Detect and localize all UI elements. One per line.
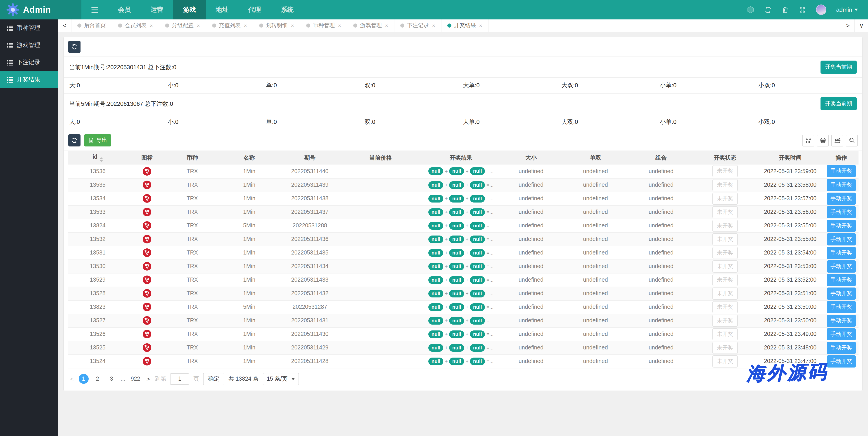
- refresh-icon[interactable]: [764, 6, 771, 13]
- tab-close-icon[interactable]: ×: [338, 22, 341, 29]
- goto-confirm-button[interactable]: 确定: [203, 373, 224, 385]
- manual-draw-button[interactable]: 手动开奖: [827, 220, 856, 232]
- status-badge: 未开奖: [712, 220, 738, 232]
- theme-cube-icon[interactable]: [747, 6, 754, 13]
- tab-item[interactable]: 后台首页: [71, 20, 112, 32]
- draw-current-1min-button[interactable]: 开奖当前期: [820, 61, 857, 74]
- manual-draw-button[interactable]: 手动开奖: [827, 206, 856, 218]
- cell-draw-time: 2022-05-31 23:55:00: [756, 219, 824, 232]
- manual-draw-button[interactable]: 手动开奖: [827, 301, 856, 313]
- goto-page-input[interactable]: [170, 373, 189, 384]
- tab-status-dot: [353, 24, 357, 28]
- search-icon[interactable]: [846, 134, 858, 146]
- tab-item[interactable]: 会员列表×: [112, 20, 159, 32]
- column-header[interactable]: id: [68, 151, 127, 165]
- sidebar-item[interactable]: 开奖结果: [0, 71, 58, 88]
- tab-item[interactable]: 下注记录×: [395, 20, 441, 32]
- navbar-right: admin: [747, 0, 868, 20]
- navbar-menu-item[interactable]: 地址: [206, 0, 238, 20]
- next-page-button[interactable]: >: [146, 375, 151, 382]
- top-refresh-row: [64, 37, 862, 57]
- tab-item[interactable]: 充值列表×: [206, 20, 253, 32]
- navbar-menu-item[interactable]: 系统: [271, 0, 304, 20]
- tab-active[interactable]: 开奖结果×: [441, 20, 489, 32]
- sidebar-item[interactable]: 游戏管理: [0, 37, 58, 54]
- user-avatar[interactable]: [816, 4, 826, 15]
- columns-icon[interactable]: [802, 134, 814, 146]
- trash-icon[interactable]: [781, 6, 788, 13]
- trx-coin-icon: [143, 180, 152, 190]
- cell-name: 1Min: [218, 260, 281, 273]
- manual-draw-button[interactable]: 手动开奖: [827, 192, 856, 205]
- tab-close-icon[interactable]: ×: [197, 22, 200, 29]
- export-button[interactable]: 导出: [84, 134, 111, 146]
- sidebar-item[interactable]: 币种管理: [0, 20, 58, 37]
- result-formula: null+null+null=...: [428, 181, 494, 189]
- manual-draw-button[interactable]: 手动开奖: [827, 179, 856, 191]
- plus-sign: +: [466, 196, 469, 201]
- cell-draw-time: 2022-05-31 23:59:00: [756, 165, 824, 178]
- manual-draw-button[interactable]: 手动开奖: [827, 328, 856, 340]
- cell-icon: [127, 246, 167, 260]
- tab-close-icon[interactable]: ×: [291, 22, 294, 29]
- manual-draw-button[interactable]: 手动开奖: [827, 260, 856, 272]
- fullscreen-icon[interactable]: [799, 6, 806, 13]
- cell-parity: undefined: [563, 327, 628, 341]
- page-number-button[interactable]: 2: [93, 374, 102, 384]
- brand-title: Admin: [23, 5, 51, 15]
- manual-draw-button[interactable]: 手动开奖: [827, 341, 856, 354]
- table-tools: [802, 134, 858, 146]
- tab-item[interactable]: 游戏管理×: [347, 20, 395, 32]
- status-badge: 未开奖: [712, 246, 738, 259]
- page-number-button[interactable]: 3: [106, 374, 117, 384]
- manual-draw-button[interactable]: 手动开奖: [827, 165, 856, 177]
- user-menu[interactable]: admin: [836, 6, 858, 13]
- refresh-button[interactable]: [68, 41, 81, 53]
- tab-close-icon[interactable]: ×: [479, 22, 482, 29]
- sidebar-item[interactable]: 下注记录: [0, 54, 58, 71]
- navbar-menu-item[interactable]: 游戏: [173, 0, 206, 20]
- tab-close-icon[interactable]: ×: [244, 22, 247, 29]
- page-size-select[interactable]: 15 条/页: [262, 373, 299, 385]
- result-pill: null: [449, 344, 464, 351]
- cell-result: null+null+null=...: [423, 205, 499, 219]
- manual-draw-button[interactable]: 手动开奖: [827, 355, 856, 367]
- result-formula: null+null+null=...: [428, 276, 494, 284]
- page-number-button[interactable]: 922: [129, 374, 142, 384]
- export-folder-icon[interactable]: [831, 134, 843, 146]
- table-refresh-button[interactable]: [68, 134, 81, 146]
- table-row: 13526TRX1Min202205311430null+null+null=.…: [68, 327, 859, 341]
- cell-action: 手动开奖: [824, 219, 859, 232]
- page-number-button[interactable]: 1: [79, 374, 88, 384]
- trx-coin-icon: [143, 316, 152, 325]
- manual-draw-button[interactable]: 手动开奖: [827, 274, 856, 286]
- list-icon: [7, 25, 13, 31]
- print-icon[interactable]: [817, 134, 829, 146]
- tabs-scroll-right-button[interactable]: >: [841, 20, 855, 32]
- navbar-menu-item[interactable]: 运营: [141, 0, 173, 20]
- manual-draw-button[interactable]: 手动开奖: [827, 314, 856, 327]
- prev-page-button[interactable]: <: [69, 375, 74, 382]
- tab-close-icon[interactable]: ×: [432, 22, 435, 29]
- tabs-menu-button[interactable]: ∨: [855, 20, 868, 32]
- tab-item[interactable]: 币种管理×: [300, 20, 347, 32]
- tab-item[interactable]: 分组配置×: [159, 20, 206, 32]
- stat-item: 大单:0: [463, 118, 561, 126]
- list-icon: [7, 77, 13, 82]
- draw-current-5min-button[interactable]: 开奖当前期: [820, 97, 857, 110]
- navbar-menu-item[interactable]: 代理: [238, 0, 271, 20]
- manual-draw-button[interactable]: 手动开奖: [827, 287, 856, 300]
- tab-close-icon[interactable]: ×: [385, 22, 388, 29]
- result-formula: null+null+null=...: [428, 357, 494, 365]
- cell-issue: 202205311429: [281, 341, 339, 355]
- manual-draw-button[interactable]: 手动开奖: [827, 233, 856, 245]
- cell-issue: 202205311436: [281, 232, 339, 246]
- navbar-menu-item[interactable]: 会员: [108, 0, 141, 20]
- tab-close-icon[interactable]: ×: [150, 22, 153, 29]
- stat-item: 大双:0: [561, 118, 660, 126]
- cell-coin: TRX: [167, 273, 218, 287]
- tabs-scroll-left-button[interactable]: <: [58, 20, 71, 32]
- manual-draw-button[interactable]: 手动开奖: [827, 246, 856, 259]
- tab-item[interactable]: 划转明细×: [253, 20, 300, 32]
- sidebar-collapse-button[interactable]: [82, 0, 108, 20]
